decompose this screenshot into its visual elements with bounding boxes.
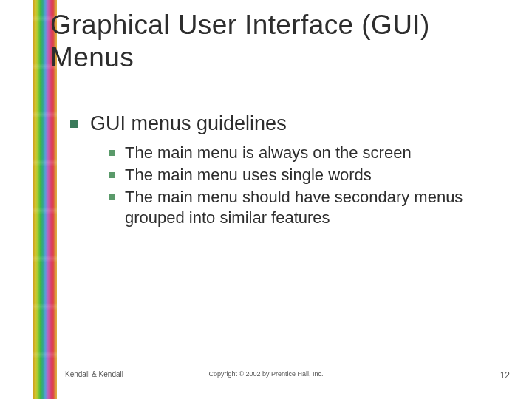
footer-page-number: 12 (500, 370, 510, 381)
level2-text: The main menu is always on the screen (125, 143, 412, 163)
level2-item: The main menu should have secondary menu… (109, 187, 506, 228)
square-bullet-icon (109, 172, 115, 178)
slide-body: GUI menus guidelines The main menu is al… (70, 112, 506, 231)
level2-item: The main menu uses single words (109, 165, 506, 185)
slide-footer: Kendall & Kendall Copyright © 2002 by Pr… (0, 370, 532, 382)
footer-copyright: Copyright © 2002 by Prentice Hall, Inc. (0, 370, 532, 378)
level2-list: The main menu is always on the screen Th… (109, 143, 506, 229)
level1-text: GUI menus guidelines (90, 112, 287, 135)
level2-text: The main menu uses single words (125, 165, 372, 185)
square-bullet-icon (70, 120, 78, 128)
square-bullet-icon (109, 194, 115, 200)
slide-title: Graphical User Interface (GUI) Menus (50, 9, 430, 73)
level2-item: The main menu is always on the screen (109, 143, 506, 163)
square-bullet-icon (109, 150, 115, 156)
level1-item: GUI menus guidelines (70, 112, 506, 135)
level2-text: The main menu should have secondary menu… (125, 187, 506, 228)
title-line-1: Graphical User Interface (GUI) (50, 10, 430, 40)
title-line-2: Menus (50, 42, 134, 72)
